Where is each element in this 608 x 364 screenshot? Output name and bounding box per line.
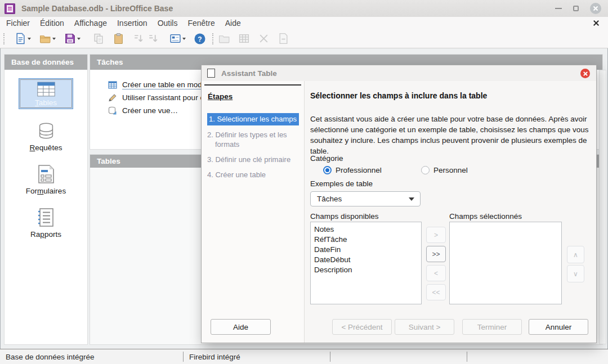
copy-icon: [93, 33, 105, 44]
menu-aide[interactable]: Aide: [220, 19, 246, 28]
database-sidebar: Base de données Tables Requêtes: [5, 55, 87, 344]
copy-button: [91, 32, 106, 46]
add-all-fields-button[interactable]: >>: [426, 246, 446, 262]
title-bar: Sample Database.odb - LibreOffice Base: [0, 0, 608, 17]
dialog-title: Assistant Table: [221, 69, 277, 78]
selected-fields-label: Champs sélectionnés: [449, 212, 522, 221]
cancel-button[interactable]: Annuler: [529, 319, 588, 335]
status-separator: [183, 352, 184, 362]
add-field-button: >: [426, 227, 446, 243]
queries-icon: [35, 121, 57, 141]
menu-fichier[interactable]: Fichier: [1, 19, 35, 28]
sort-ascending-button: [131, 32, 145, 46]
save-button[interactable]: [62, 32, 77, 46]
radio-professionnel[interactable]: Professionnel: [323, 166, 382, 174]
open-dropdown[interactable]: [52, 38, 56, 42]
sidebar-item-tables[interactable]: Tables: [19, 78, 73, 109]
task-label: Créer une table en mode: [122, 80, 206, 89]
menu-bar: Fichier Édition Affichage Insertion Outi…: [0, 17, 608, 29]
wizard-step-3[interactable]: 3. Définir une clé primaire: [207, 155, 299, 164]
status-separator: [330, 352, 330, 362]
sidebar-item-formulaires[interactable]: Formulaires: [5, 164, 87, 195]
task-label: Utiliser l'assistant pour cr: [122, 93, 207, 102]
chevron-down-icon: [409, 197, 414, 204]
finish-button: Terminer: [462, 319, 522, 335]
sidebar-item-label: Tables: [35, 98, 57, 107]
new-document-button[interactable]: [13, 32, 28, 46]
dialog-close-button[interactable]: [580, 69, 590, 78]
rename-icon: [278, 33, 289, 44]
save-dropdown[interactable]: [77, 38, 81, 42]
menu-affichage[interactable]: Affichage: [69, 19, 112, 28]
menu-edition[interactable]: Édition: [35, 19, 69, 28]
roadmap-divider: [204, 84, 301, 86]
sort-descending-button: [145, 32, 160, 46]
open-database-object-icon: [218, 33, 230, 44]
radio-personnel[interactable]: Personnel: [421, 166, 468, 174]
form-view-button[interactable]: [168, 32, 182, 46]
next-button: Suivant >: [395, 319, 454, 335]
toolbar-grip-2[interactable]: [212, 33, 213, 44]
close-document-icon[interactable]: [592, 19, 600, 27]
move-down-button: ∨: [567, 265, 584, 282]
wizard-step-1[interactable]: 1. Sélectionner les champs: [207, 113, 299, 125]
sidebar-item-label: Rapports: [30, 230, 61, 239]
application-window: Sample Database.odb - LibreOffice Base F…: [0, 0, 608, 364]
table-button: [236, 32, 251, 46]
table-view-icon: [108, 106, 117, 115]
workspace-scrollbar[interactable]: [599, 70, 606, 344]
open-button[interactable]: [38, 32, 52, 46]
svg-text:?: ?: [198, 35, 202, 43]
sidebar-item-label: Requêtes: [30, 143, 62, 152]
restore-button[interactable]: [573, 6, 579, 11]
table-examples-label: Exemples de table: [310, 179, 373, 188]
list-item[interactable]: DateFin: [311, 245, 421, 255]
task-label: Créer une vue…: [122, 106, 178, 115]
radio-label: Professionnel: [336, 166, 382, 174]
list-item[interactable]: RéfTâche: [311, 235, 421, 245]
status-separator: [467, 352, 467, 362]
radio-unselected-icon: [421, 166, 430, 174]
help-icon: ?: [194, 33, 206, 45]
paste-button[interactable]: [111, 32, 126, 46]
sort-ascending-icon: [132, 33, 144, 44]
sidebar-item-rapports[interactable]: Rapports: [5, 207, 87, 239]
remove-field-button: <: [426, 265, 446, 281]
remove-all-fields-button: <<: [426, 284, 446, 300]
wizard-step-4[interactable]: 4. Créer une table: [207, 170, 299, 179]
menu-insertion[interactable]: Insertion: [112, 19, 153, 28]
status-bar: Base de données intégrée Firebird intégr…: [0, 349, 608, 364]
delete-icon: [258, 33, 270, 44]
list-item[interactable]: Description: [311, 265, 421, 275]
wizard-step-2[interactable]: 2. Définir les types et les formats: [207, 130, 299, 149]
new-document-dropdown[interactable]: [28, 38, 31, 42]
tables-icon: [35, 80, 57, 98]
selected-fields-list[interactable]: [449, 222, 562, 304]
libreoffice-base-icon: [5, 3, 15, 14]
close-button[interactable]: [590, 3, 601, 14]
help-button[interactable]: ?: [193, 32, 207, 46]
sidebar-item-requetes[interactable]: Requêtes: [5, 121, 87, 152]
dropdown-value: Tâches: [317, 195, 409, 203]
status-engine: Firebird intégré: [189, 353, 240, 361]
new-document-icon: [15, 33, 26, 44]
form-view-icon: [169, 33, 181, 44]
menu-fenetre[interactable]: Fenêtre: [182, 19, 220, 28]
dialog-title-bar: Assistant Table: [202, 65, 596, 81]
list-item[interactable]: Notes: [311, 224, 421, 235]
forms-icon: [36, 164, 56, 185]
help-button[interactable]: Aide: [211, 319, 271, 335]
radio-selected-icon: [323, 166, 332, 174]
window-title: Sample Database.odb - LibreOffice Base: [21, 4, 173, 13]
move-up-button: ∧: [567, 246, 584, 263]
form-view-dropdown[interactable]: [182, 38, 186, 42]
available-fields-label: Champs disponibles: [310, 212, 379, 221]
toolbar-grip[interactable]: [3, 33, 5, 44]
list-item[interactable]: DateDébut: [311, 255, 421, 265]
minimize-button[interactable]: [555, 8, 562, 9]
menu-outils[interactable]: Outils: [153, 19, 183, 28]
radio-label: Personnel: [433, 166, 468, 174]
available-fields-list[interactable]: Notes RéfTâche DateFin DateDébut Descrip…: [310, 222, 422, 304]
table-examples-dropdown[interactable]: Tâches: [310, 191, 421, 206]
sort-descending-icon: [147, 33, 159, 44]
